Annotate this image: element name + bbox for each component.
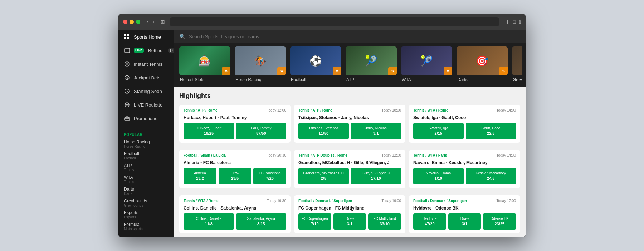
browser-actions: ⬆ ⊡ ℹ — [506, 19, 521, 25]
odds-button[interactable]: Tsitsipas, Stefanos 11/50 — [298, 123, 349, 139]
odds-name: Hvidovre — [415, 216, 445, 221]
dot-green[interactable] — [136, 20, 140, 24]
sidebar-item-esports[interactable]: Esports Esports — [118, 209, 174, 221]
sport-card-hottest-slots[interactable]: 🎰 » Hottest Slots — [177, 46, 233, 82]
odds-value: 22/5 — [467, 131, 515, 136]
dot-red[interactable] — [123, 20, 127, 24]
odds-button[interactable]: Odense BK 23/25 — [483, 213, 516, 230]
browser-dots — [123, 20, 140, 24]
matches-grid: Tennis / ATP / Rome Today 12:00 Hurkacz,… — [179, 105, 520, 237]
svg-point-8 — [125, 62, 129, 66]
odds-button[interactable]: Swiatek, Iga 2/15 — [413, 123, 464, 139]
match-header: Football / Denmark / Superligen Today 17… — [413, 199, 516, 203]
sidebar-item-football[interactable]: Football Football — [118, 150, 174, 162]
browser-frame: ‹ › ⊞ ⬆ ⊡ ℹ Sports Home — [118, 14, 526, 237]
sport-card-greyhounds[interactable]: 🐕 » Greyhounds — [510, 46, 522, 82]
sport-card-chevron: » — [277, 67, 286, 75]
sidebar-item-greyhounds[interactable]: Greyhounds Greyhounds — [118, 197, 174, 209]
starting-soon-label: Starting Soon — [134, 89, 162, 94]
match-header: Tennis / ATP / Rome Today 18:00 — [298, 108, 401, 112]
odds-button[interactable]: Gille, S/Vliegen, J 17/10 — [351, 168, 401, 184]
odds-name: FC Barcelona — [255, 171, 285, 176]
sidebar-item-live-betting[interactable]: LIVE Betting 17 — [118, 44, 174, 57]
popular-sport-sub: Greyhounds — [124, 203, 168, 207]
sidebar-item-wta[interactable]: WTA Tennis — [118, 173, 174, 185]
odds-value: 23/25 — [484, 221, 514, 227]
search-input[interactable] — [189, 34, 520, 39]
odds-value: 7/20 — [255, 176, 285, 181]
sidebar-item-starting-soon[interactable]: Starting Soon — [118, 84, 174, 98]
sport-card-horse-racing[interactable]: 🏇 » Horse Racing — [233, 46, 288, 82]
odds-value: 2/5 — [300, 176, 347, 181]
live-betting-icon — [124, 47, 130, 54]
odds-row: Tsitsipas, Stefanos 11/50 Jarry, Nicolas… — [298, 123, 401, 139]
odds-value: 8/15 — [238, 221, 285, 227]
sidebar-item-formula1[interactable]: Formula 1 Motorsports — [118, 221, 174, 232]
odds-button[interactable]: Hurkacz, Hubert 16/25 — [184, 123, 234, 139]
sidebar-item-horse-racing[interactable]: Horse Racing Horse Racing — [118, 138, 174, 150]
highlights-section: Highlights Tennis / ATP / Rome Today 12:… — [174, 87, 526, 237]
sport-card-darts[interactable]: 🎯 » Darts — [454, 46, 510, 82]
match-league: Tennis / ATP / Rome — [184, 108, 218, 112]
odds-value: 11/8 — [185, 221, 233, 227]
dot-yellow[interactable] — [130, 20, 134, 24]
sidebar-item-promotions[interactable]: Promotions — [118, 112, 174, 125]
odds-button[interactable]: Gauff, Coco 22/5 — [466, 123, 516, 139]
sport-card-wta[interactable]: 🎾 » WTA — [399, 46, 454, 82]
odds-button[interactable]: FC Barcelona 7/20 — [253, 168, 286, 184]
bookmark-button[interactable]: ⊡ — [512, 19, 516, 25]
match-block-m1: Tennis / ATP / Rome Today 12:00 Hurkacz,… — [179, 105, 291, 143]
gift-icon — [124, 115, 130, 122]
match-teams: Granollers, M/Zeballos, H - Gille, S/Vli… — [298, 160, 401, 165]
odds-button[interactable]: Navarro, Emma 1/10 — [413, 168, 464, 184]
match-time: Today 17:00 — [497, 199, 516, 203]
tennis-icon — [124, 61, 130, 67]
sport-card-atp[interactable]: 🎾 » ATP — [343, 46, 399, 82]
sidebar-item-live-roulette[interactable]: LIVE Roulette — [118, 98, 174, 112]
odds-button[interactable]: Draw 3/1 — [448, 213, 481, 230]
odds-row: Almeria 13/2 Draw 23/5 FC Barcelona 7/20 — [184, 168, 286, 184]
odds-button[interactable]: Draw 3/1 — [333, 213, 366, 230]
sport-card-chevron: » — [222, 67, 230, 75]
sports-cards-wrapper: 🎰 » Hottest Slots 🏇 » Horse Racing ⚽ » F… — [174, 43, 526, 87]
sidebar-item-sports-home[interactable]: Sports Home — [118, 30, 174, 44]
match-teams: Swiatek, Iga - Gauff, Coco — [413, 115, 516, 120]
odds-value: 33/10 — [370, 221, 400, 227]
search-bar: 🔍 — [174, 30, 526, 43]
address-bar[interactable] — [170, 17, 499, 26]
sport-card-football[interactable]: ⚽ » Football — [288, 46, 343, 82]
odds-button[interactable]: Kessler, Mccartney 24/5 — [466, 168, 516, 184]
sidebar-item-instant-tennis[interactable]: Instant Tennis — [118, 57, 174, 71]
odds-button[interactable]: Granollers, M/Zeballos, H 2/5 — [298, 168, 349, 184]
app-layout: Sports Home LIVE Betting 17 — [118, 30, 526, 237]
odds-button[interactable]: Paul, Tommy 57/50 — [236, 123, 287, 139]
info-button[interactable]: ℹ — [519, 19, 521, 25]
odds-button[interactable]: Almeria 13/2 — [184, 168, 216, 184]
sidebar-item-atp[interactable]: ATP Tennis — [118, 162, 174, 173]
sport-card-chevron: » — [499, 67, 508, 75]
odds-button[interactable]: Jarry, Nicolas 3/1 — [351, 123, 401, 139]
odds-button[interactable]: Draw 23/5 — [219, 168, 252, 184]
odds-button[interactable]: Sabalenka, Aryna 8/15 — [236, 213, 287, 230]
sport-card-emoji: 🐕 — [512, 46, 522, 75]
sidebar-divider — [118, 127, 174, 127]
forward-button[interactable]: › — [151, 18, 156, 25]
popular-sport-name: Darts — [124, 187, 168, 192]
sidebar-item-darts[interactable]: Darts Darts — [118, 185, 174, 197]
odds-name: Kessler, Mccartney — [467, 171, 515, 176]
odds-button[interactable]: FC Midtjylland 33/10 — [368, 213, 401, 230]
odds-button[interactable]: Hvidovre 47/20 — [413, 213, 446, 230]
match-block-m7: Tennis / WTA / Rome Today 19:30 Collins,… — [179, 195, 291, 233]
sport-card-label: Greyhounds — [512, 77, 522, 82]
odds-name: Sabalenka, Aryna — [238, 216, 285, 221]
grid-view-button[interactable]: ⊞ — [159, 18, 166, 25]
live-roulette-label: LIVE Roulette — [134, 102, 162, 108]
back-button[interactable]: ‹ — [145, 18, 150, 25]
sport-card-chevron: » — [333, 67, 341, 75]
odds-value: 11/50 — [300, 131, 347, 136]
odds-button[interactable]: FC Copenhagen 7/10 — [298, 213, 331, 230]
match-block-m9: Football / Denmark / Superligen Today 17… — [409, 195, 520, 233]
odds-button[interactable]: Collins, Danielle 11/8 — [184, 213, 234, 230]
sidebar-item-jackpot[interactable]: $ Jackpot Bets — [118, 71, 174, 84]
share-button[interactable]: ⬆ — [506, 19, 509, 25]
